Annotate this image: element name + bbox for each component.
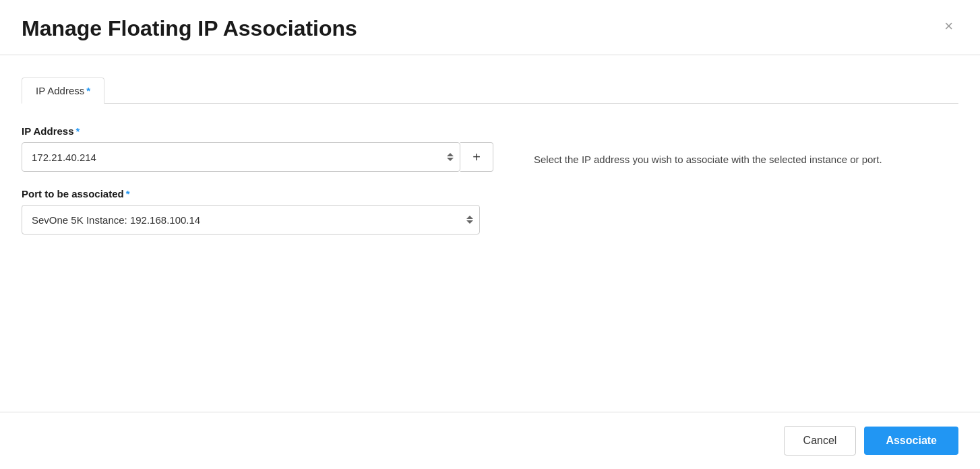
modal-header: Manage Floating IP Associations × (0, 0, 980, 55)
close-button[interactable]: × (939, 16, 958, 36)
ip-address-select-wrapper: 172.21.40.214 (22, 142, 460, 172)
manage-floating-ip-modal: Manage Floating IP Associations × IP Add… (0, 0, 980, 469)
port-label: Port to be associated* (22, 188, 493, 199)
ip-address-select[interactable]: 172.21.40.214 (22, 142, 460, 172)
tab-ip-address-label: IP Address (36, 85, 84, 96)
port-select[interactable]: SevOne 5K Instance: 192.168.100.14 (22, 205, 480, 234)
ip-address-input-row: 172.21.40.214 + (22, 142, 493, 172)
help-text: Select the IP address you wish to associ… (534, 152, 958, 168)
form-section: IP Address* 172.21.40.214 + (22, 125, 493, 251)
add-ip-button[interactable]: + (460, 142, 493, 172)
tab-ip-address[interactable]: IP Address* (22, 77, 104, 104)
cancel-button[interactable]: Cancel (784, 426, 857, 456)
tab-ip-required: * (86, 85, 90, 96)
port-select-wrapper: SevOne 5K Instance: 192.168.100.14 (22, 205, 480, 234)
ip-address-field-group: IP Address* 172.21.40.214 + (22, 125, 493, 172)
ip-address-required-marker: * (76, 125, 80, 137)
modal-footer: Cancel Associate (0, 412, 980, 469)
ip-address-label: IP Address* (22, 125, 493, 137)
port-field-group: Port to be associated* SevOne 5K Instanc… (22, 188, 493, 234)
modal-title: Manage Floating IP Associations (22, 16, 357, 41)
port-required-marker: * (126, 188, 130, 199)
modal-body: IP Address* IP Address* 172.21.40.214 (0, 55, 980, 412)
help-section: Select the IP address you wish to associ… (534, 125, 958, 251)
associate-button[interactable]: Associate (864, 427, 958, 455)
content-area: IP Address* 172.21.40.214 + (22, 125, 958, 251)
tab-bar: IP Address* (22, 77, 958, 104)
